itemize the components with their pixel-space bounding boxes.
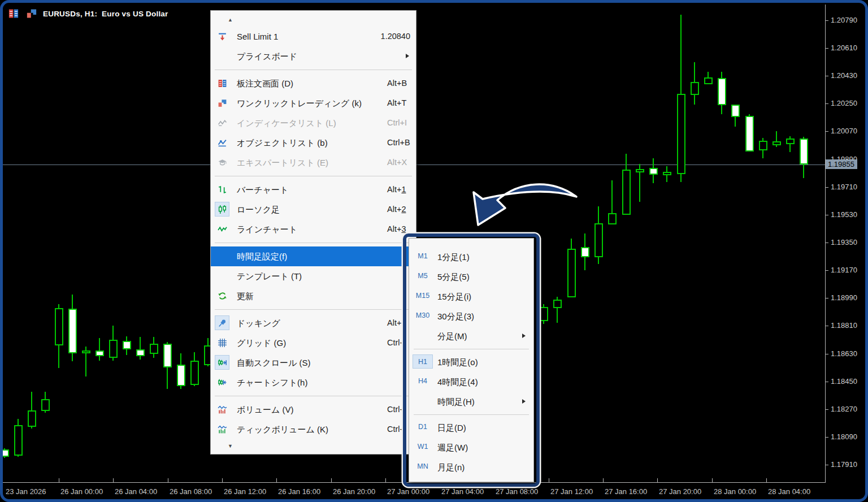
auto-scroll-icon xyxy=(215,355,229,370)
submenu-item-m1[interactable]: M11分足(1) xyxy=(409,247,533,267)
time-axis-tick xyxy=(59,478,59,482)
price-axis-tick xyxy=(825,382,828,382)
menu-item-label: エキスパートリスト (E) xyxy=(237,153,328,172)
menu-item-line-chart[interactable]: ラインチャートAlt+3 xyxy=(211,219,416,239)
mt5-chart-window: EURUSDs, H1: Euro vs US Dollar 1.207901.… xyxy=(0,0,868,502)
object-list-icon xyxy=(215,135,229,150)
timeframe-badge: H1 xyxy=(413,354,433,369)
price-axis-tick xyxy=(825,131,828,132)
submenu-item-m30[interactable]: M3030分足(3) xyxy=(409,306,533,326)
submenu-item-hours[interactable]: 時間足(H) xyxy=(409,392,533,412)
volume-icon xyxy=(215,402,229,417)
candle-body xyxy=(731,105,740,117)
submenu-item-mn[interactable]: MN月足(n) xyxy=(409,457,533,477)
menu-item-label: チャートシフト(h) xyxy=(237,373,307,392)
menu-separator xyxy=(211,66,416,73)
refresh-icon xyxy=(215,288,229,303)
chart-shift-icon xyxy=(215,375,229,390)
price-axis-label: 1.20610 xyxy=(831,44,857,52)
candle-body xyxy=(704,77,713,84)
time-axis-label: 27 Jan 00:00 xyxy=(387,487,429,496)
menu-item-label: ワンクリックトレーディング (k) xyxy=(237,93,362,113)
menu-item-indicator-list[interactable]: インディケータリスト (L)Ctrl+I xyxy=(211,113,416,133)
menu-item-shortcut: Alt+T xyxy=(387,93,406,113)
menu-item-label: 自動スクロール (S) xyxy=(237,353,311,373)
menu-item-price-board[interactable]: プライスボード xyxy=(211,46,416,66)
price-axis-tick xyxy=(825,465,828,465)
depth-of-market-icon xyxy=(7,8,20,19)
time-axis-tick xyxy=(712,478,713,482)
bar-chart-icon xyxy=(215,182,229,197)
menu-item-template[interactable]: テンプレート (T) xyxy=(211,266,416,286)
menu-item-chart-shift[interactable]: チャートシフト(h) xyxy=(211,373,416,392)
menu-item-bar-chart[interactable]: バーチャートAlt+1 xyxy=(211,180,416,200)
menu-item-tick-volume[interactable]: ティックボリューム (K)Ctrl+ xyxy=(211,419,416,439)
submenu-item-label: 時間足(H) xyxy=(437,392,475,412)
price-axis-tick xyxy=(825,243,828,243)
candle-body xyxy=(177,365,185,386)
menu-scroll-down[interactable]: ▼ xyxy=(211,439,416,453)
menu-item-candlestick-chart[interactable]: ローソク足Alt+2 xyxy=(211,200,416,219)
menu-item-sell-limit[interactable]: Sell Limit 11.20840 xyxy=(211,27,416,46)
price-axis-label: 1.20430 xyxy=(831,71,857,80)
candle-body xyxy=(28,410,36,427)
menu-item-object-list[interactable]: オブジェクトリスト (b)Ctrl+B xyxy=(211,133,416,153)
menu-item-label: オブジェクトリスト (b) xyxy=(237,133,328,153)
submenu-item-label: 月足(n) xyxy=(437,457,465,477)
time-axis-tick xyxy=(657,478,658,482)
time-axis-label: 26 Jan 00:00 xyxy=(60,487,103,496)
submenu-item-label: 分足(M) xyxy=(437,326,467,346)
submenu-item-d1[interactable]: D1日足(D) xyxy=(409,418,533,438)
candle-body xyxy=(14,425,23,456)
menu-item-refresh[interactable]: 更新 xyxy=(211,286,416,306)
menu-item-grid[interactable]: グリッド (G)Ctrl+ xyxy=(211,333,416,353)
menu-item-auto-scroll[interactable]: 自動スクロール (S) xyxy=(211,353,416,373)
expert-list-icon xyxy=(215,155,229,170)
chart-symbol: EURUSDs, H1: xyxy=(43,10,97,18)
time-axis-label: 27 Jan 20:00 xyxy=(659,487,701,496)
menu-scroll-up[interactable]: ▲ xyxy=(211,13,416,27)
menu-item-one-click-trading[interactable]: ワンクリックトレーディング (k)Alt+T xyxy=(211,93,416,113)
submenu-item-m15[interactable]: M1515分足(i) xyxy=(409,287,533,306)
menu-item-docking[interactable]: ドッキングAlt+ xyxy=(211,313,416,333)
menu-item-timeframe-settings[interactable]: 時間足設定(f) xyxy=(211,246,416,266)
candle-body xyxy=(677,94,685,174)
submenu-item-minutes[interactable]: 分足(M) xyxy=(409,326,533,346)
candle-body xyxy=(163,344,172,367)
time-axis-label: 26 Jan 16:00 xyxy=(278,487,320,496)
menu-item-depth-of-market[interactable]: 板注文画面 (D)Alt+B xyxy=(211,73,416,93)
candle-body xyxy=(150,344,158,354)
submenu-item-h1[interactable]: H11時間足(o) xyxy=(409,352,533,372)
time-axis-tick xyxy=(276,478,277,482)
candle-body xyxy=(68,309,77,353)
submenu-item-w1[interactable]: W1週足(W) xyxy=(409,438,533,457)
candle-body xyxy=(581,247,589,257)
menu-item-expert-list[interactable]: エキスパートリスト (E)Alt+X xyxy=(211,153,416,172)
chart-description: Euro vs US Dollar xyxy=(102,10,168,18)
timeframe-badge: D1 xyxy=(413,420,433,434)
menu-item-volume[interactable]: ボリューム (V)Ctrl+ xyxy=(211,400,416,419)
candle-body xyxy=(1,449,9,457)
candle-body xyxy=(136,349,145,356)
submenu-item-m5[interactable]: M55分足(5) xyxy=(409,267,533,287)
menu-separator xyxy=(211,239,416,246)
timeframe-badge: MN xyxy=(413,460,433,474)
price-axis-tick xyxy=(825,298,828,298)
price-axis-tick xyxy=(825,215,828,215)
menu-item-shortcut: Ctrl+ xyxy=(387,333,405,353)
price-axis-tick xyxy=(825,20,828,21)
menu-item-label: ティックボリューム (K) xyxy=(237,419,328,439)
time-axis-tick xyxy=(549,478,549,482)
price-axis-tick xyxy=(825,326,828,326)
price-axis-label: 1.20250 xyxy=(831,99,857,107)
menu-separator xyxy=(211,306,416,313)
candle-body xyxy=(109,340,118,358)
time-axis-tick xyxy=(331,478,332,482)
time-axis-label: 26 Jan 04:00 xyxy=(115,487,157,496)
price-axis-tick xyxy=(825,76,828,76)
submenu-item-h4[interactable]: H44時間足(4) xyxy=(409,372,533,392)
candle-body xyxy=(594,223,603,257)
menu-separator xyxy=(211,392,416,400)
submenu-item-label: 4時間足(4) xyxy=(437,372,478,392)
menu-item-label: ラインチャート xyxy=(237,219,297,239)
